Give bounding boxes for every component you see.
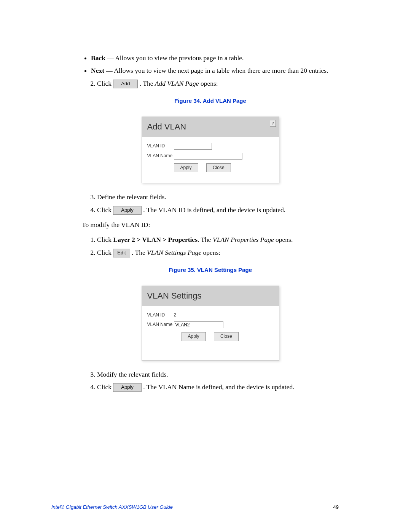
input-vlan-name[interactable] (174, 321, 223, 328)
apply-button[interactable]: Apply (174, 163, 198, 172)
dialog-buttons: Apply Close (147, 332, 274, 341)
figure-35-screenshot: VLAN Settings VLAN ID 2 VLAN Name Apply … (142, 286, 279, 361)
page-number: 49 (333, 504, 339, 510)
text: . The (132, 249, 147, 256)
dialog-header: VLAN Settings (142, 286, 279, 306)
mstep-2: Click Edit . The VLAN Settings Page open… (97, 248, 339, 257)
close-button[interactable]: Close (214, 332, 239, 341)
dialog-header: Add VLAN ? (142, 117, 279, 137)
label-vlan-id: VLAN ID (147, 143, 174, 149)
page: Back — Allows you to view the previous p… (0, 0, 411, 532)
apply-button-inline: Apply (113, 206, 142, 215)
content: Back — Allows you to view the previous p… (82, 53, 339, 392)
text: opens: (199, 80, 218, 87)
label-vlan-id: VLAN ID (147, 312, 174, 318)
text-italic: Add VLAN Page (155, 80, 199, 87)
footer: Intel® Gigabit Ethernet Switch AXXSW1GB … (51, 504, 339, 510)
dialog-body: VLAN ID 2 VLAN Name Apply Close (142, 306, 279, 360)
bullet-desc: — Allows you to view the previous page i… (105, 54, 244, 62)
apply-button-inline: Apply (113, 383, 142, 392)
text: Click (97, 206, 113, 214)
bullet-desc: — Allows you to view the next page in a … (104, 67, 328, 74)
dialog-body: VLAN ID VLAN Name Apply Close (142, 137, 279, 183)
steps-first: Click Add . The Add VLAN Page opens: (82, 79, 339, 88)
text-italic: VLAN Settings Page (147, 249, 201, 256)
footer-title: Intel® Gigabit Ethernet Switch AXXSW1GB … (51, 504, 173, 510)
text-italic: VLAN Properties Page (213, 236, 274, 243)
bullet-label: Next (91, 67, 104, 74)
text: . The (140, 80, 155, 87)
text: Click (97, 383, 113, 391)
mstep-3: Modify the relevant fields. (97, 370, 339, 379)
help-icon[interactable]: ? (270, 120, 276, 127)
dialog-title: Add VLAN (147, 122, 186, 131)
bullet-list: Back — Allows you to view the previous p… (82, 53, 339, 76)
add-button-inline: Add (113, 80, 138, 88)
text: Click (97, 236, 113, 243)
steps-second: Define the relevant fields. Click Apply … (82, 192, 339, 215)
modify-intro: To modify the VLAN ID: (82, 220, 339, 230)
step-4: Click Apply . The VLAN ID is defined, an… (97, 205, 339, 215)
modify-steps-2: Modify the relevant fields. Click Apply … (82, 370, 339, 392)
bullet-label: Back (91, 54, 105, 62)
nav-path: Layer 2 > VLAN > Properties (113, 236, 198, 243)
dialog-buttons: Apply Close (147, 163, 274, 172)
mstep-4: Click Apply . The VLAN Name is defined, … (97, 382, 339, 392)
modify-steps: Click Layer 2 > VLAN > Properties. The V… (82, 235, 339, 257)
figure-35-caption: Figure 35. VLAN Settings Page (82, 266, 339, 274)
bullet-back: Back — Allows you to view the previous p… (91, 53, 339, 63)
input-vlan-name[interactable] (174, 153, 242, 160)
row-vlan-id: VLAN ID 2 (147, 312, 274, 318)
row-vlan-name: VLAN Name (147, 153, 274, 160)
value-vlan-id: 2 (174, 312, 177, 318)
row-vlan-name: VLAN Name (147, 321, 274, 328)
label-vlan-name: VLAN Name (147, 321, 174, 328)
text: . The VLAN ID is defined, and the device… (143, 206, 285, 214)
dialog-title: VLAN Settings (147, 291, 202, 300)
figure-34-caption: Figure 34. Add VLAN Page (82, 97, 339, 105)
input-vlan-id[interactable] (174, 143, 212, 150)
edit-button-inline: Edit (113, 249, 130, 257)
step-3: Define the relevant fields. (97, 192, 339, 202)
bullet-next: Next — Allows you to view the next page … (91, 66, 339, 75)
step-2: Click Add . The Add VLAN Page opens: (97, 79, 339, 88)
text: Click (97, 80, 113, 87)
text: . The VLAN Name is defined, and the devi… (143, 383, 294, 391)
text: . The (198, 236, 213, 243)
figure-34-screenshot: Add VLAN ? VLAN ID VLAN Name Apply Close (142, 117, 279, 183)
label-vlan-name: VLAN Name (147, 153, 174, 159)
apply-button[interactable]: Apply (182, 332, 206, 341)
row-vlan-id: VLAN ID (147, 143, 274, 150)
close-button[interactable]: Close (206, 163, 231, 172)
text: opens: (201, 249, 220, 256)
text: opens. (274, 236, 293, 243)
mstep-1: Click Layer 2 > VLAN > Properties. The V… (97, 235, 339, 244)
text: Click (97, 249, 113, 256)
